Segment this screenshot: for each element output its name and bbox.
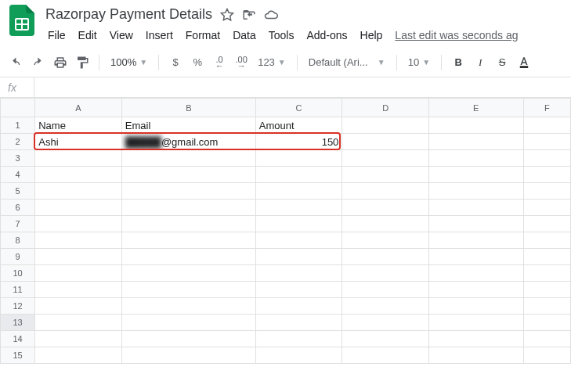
cell-D4[interactable] bbox=[342, 167, 429, 183]
cell-B13[interactable] bbox=[121, 315, 255, 331]
cell-B5[interactable] bbox=[121, 183, 255, 200]
cell-E13[interactable] bbox=[428, 315, 523, 331]
sheets-logo[interactable] bbox=[6, 5, 38, 36]
row-header-8[interactable]: 8 bbox=[1, 232, 35, 249]
row-header-13[interactable]: 13 bbox=[1, 315, 35, 331]
format-percent-button[interactable]: % bbox=[187, 52, 208, 73]
formula-input[interactable] bbox=[34, 77, 571, 97]
cell-C14[interactable] bbox=[255, 331, 342, 347]
menu-addons[interactable]: Add-ons bbox=[301, 26, 352, 45]
row-header-10[interactable]: 10 bbox=[1, 265, 35, 282]
cell-D9[interactable] bbox=[342, 249, 429, 265]
cell-C9[interactable] bbox=[255, 249, 342, 265]
cell-E15[interactable] bbox=[428, 347, 523, 364]
row-header-11[interactable]: 11 bbox=[1, 282, 35, 298]
col-header-E[interactable]: E bbox=[428, 99, 523, 117]
format-currency-button[interactable]: $ bbox=[165, 52, 186, 73]
cell-E8[interactable] bbox=[428, 232, 523, 249]
row-header-3[interactable]: 3 bbox=[1, 150, 35, 167]
italic-button[interactable]: I bbox=[470, 52, 490, 73]
print-button[interactable] bbox=[50, 52, 70, 73]
cell-F8[interactable] bbox=[523, 232, 570, 249]
cell-E4[interactable] bbox=[428, 167, 523, 183]
cell-D1[interactable] bbox=[342, 117, 429, 134]
cell-C10[interactable] bbox=[255, 265, 342, 282]
row-header-15[interactable]: 15 bbox=[1, 347, 35, 364]
undo-button[interactable] bbox=[6, 52, 27, 73]
row-header-5[interactable]: 5 bbox=[1, 183, 35, 200]
cell-F15[interactable] bbox=[523, 347, 570, 364]
cell-F12[interactable] bbox=[523, 298, 570, 315]
cell-E9[interactable] bbox=[428, 249, 523, 265]
last-edit-link[interactable]: Last edit was seconds ag bbox=[389, 26, 523, 45]
cell-C15[interactable] bbox=[255, 347, 342, 364]
star-icon[interactable] bbox=[220, 8, 234, 22]
cell-A9[interactable] bbox=[35, 249, 122, 265]
cell-C2[interactable]: 150 bbox=[255, 134, 342, 150]
cell-B3[interactable] bbox=[121, 150, 255, 167]
cell-D5[interactable] bbox=[342, 183, 429, 200]
cell-A7[interactable] bbox=[35, 216, 122, 232]
cell-B10[interactable] bbox=[121, 265, 255, 282]
menu-file[interactable]: File bbox=[42, 26, 71, 45]
cell-F1[interactable] bbox=[523, 117, 570, 134]
cell-B15[interactable] bbox=[121, 347, 255, 364]
menu-data[interactable]: Data bbox=[227, 26, 262, 45]
redo-button[interactable] bbox=[28, 52, 49, 73]
col-header-D[interactable]: D bbox=[342, 99, 429, 117]
col-header-B[interactable]: B bbox=[121, 99, 255, 117]
cell-D2[interactable] bbox=[342, 134, 429, 150]
row-header-7[interactable]: 7 bbox=[1, 216, 35, 232]
cell-D13[interactable] bbox=[342, 315, 429, 331]
cell-F3[interactable] bbox=[523, 150, 570, 167]
cell-F4[interactable] bbox=[523, 167, 570, 183]
cell-B12[interactable] bbox=[121, 298, 255, 315]
row-header-6[interactable]: 6 bbox=[1, 200, 35, 216]
cell-B4[interactable] bbox=[121, 167, 255, 183]
cell-C7[interactable] bbox=[255, 216, 342, 232]
cell-A15[interactable] bbox=[35, 347, 122, 364]
col-header-A[interactable]: A bbox=[35, 99, 122, 117]
cell-C6[interactable] bbox=[255, 200, 342, 216]
paint-format-button[interactable] bbox=[72, 52, 92, 73]
cell-B7[interactable] bbox=[121, 216, 255, 232]
cell-B6[interactable] bbox=[121, 200, 255, 216]
number-format-dropdown[interactable]: 123 ▼ bbox=[253, 52, 291, 73]
cell-D14[interactable] bbox=[342, 331, 429, 347]
text-color-button[interactable] bbox=[514, 52, 534, 73]
menu-insert[interactable]: Insert bbox=[140, 26, 179, 45]
cell-B2[interactable]: █████@gmail.com bbox=[121, 134, 255, 150]
row-header-1[interactable]: 1 bbox=[1, 117, 35, 134]
cell-A13[interactable] bbox=[35, 315, 122, 331]
row-header-4[interactable]: 4 bbox=[1, 167, 35, 183]
row-header-2[interactable]: 2 bbox=[1, 134, 35, 150]
cell-E1[interactable] bbox=[428, 117, 523, 134]
cell-A10[interactable] bbox=[35, 265, 122, 282]
cell-E2[interactable] bbox=[428, 134, 523, 150]
cell-F2[interactable] bbox=[523, 134, 570, 150]
cell-C1[interactable]: Amount bbox=[255, 117, 342, 134]
cell-C3[interactable] bbox=[255, 150, 342, 167]
cell-E11[interactable] bbox=[428, 282, 523, 298]
cell-D11[interactable] bbox=[342, 282, 429, 298]
cell-C4[interactable] bbox=[255, 167, 342, 183]
cell-A8[interactable] bbox=[35, 232, 122, 249]
col-header-C[interactable]: C bbox=[255, 99, 342, 117]
cell-E7[interactable] bbox=[428, 216, 523, 232]
cell-B8[interactable] bbox=[121, 232, 255, 249]
row-header-14[interactable]: 14 bbox=[1, 331, 35, 347]
menu-tools[interactable]: Tools bbox=[263, 26, 300, 45]
strikethrough-button[interactable]: S bbox=[492, 52, 512, 73]
cell-D7[interactable] bbox=[342, 216, 429, 232]
cell-F10[interactable] bbox=[523, 265, 570, 282]
cell-D8[interactable] bbox=[342, 232, 429, 249]
menu-edit[interactable]: Edit bbox=[73, 26, 103, 45]
cell-A12[interactable] bbox=[35, 298, 122, 315]
cell-D15[interactable] bbox=[342, 347, 429, 364]
cell-A3[interactable] bbox=[35, 150, 122, 167]
cell-A14[interactable] bbox=[35, 331, 122, 347]
cell-F13[interactable] bbox=[523, 315, 570, 331]
cell-C8[interactable] bbox=[255, 232, 342, 249]
menu-help[interactable]: Help bbox=[355, 26, 388, 45]
decrease-decimal-button[interactable]: .0← bbox=[209, 52, 229, 73]
